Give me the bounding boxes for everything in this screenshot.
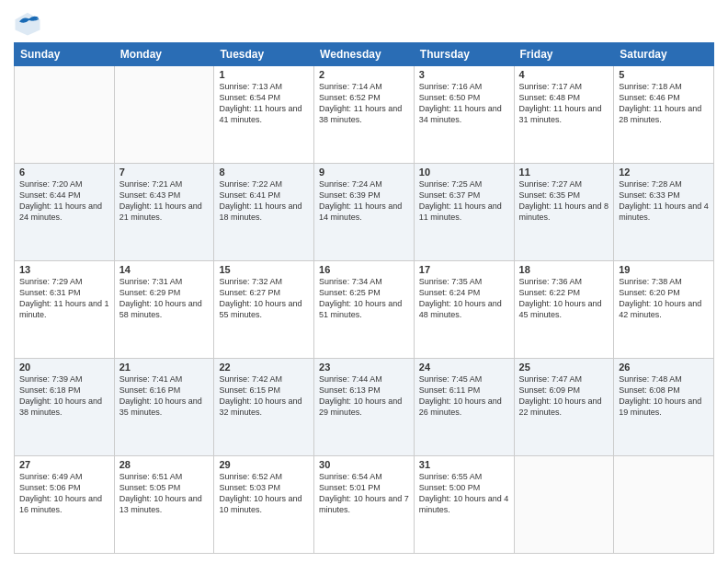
day-cell: 2Sunrise: 7:14 AM Sunset: 6:52 PM Daylig… (314, 66, 415, 164)
day-cell: 18Sunrise: 7:36 AM Sunset: 6:22 PM Dayli… (514, 261, 614, 359)
day-info: Sunrise: 7:41 AM Sunset: 6:16 PM Dayligh… (119, 373, 210, 419)
day-cell: 10Sunrise: 7:25 AM Sunset: 6:37 PM Dayli… (414, 164, 514, 261)
day-number: 4 (519, 69, 609, 80)
day-info: Sunrise: 7:28 AM Sunset: 6:33 PM Dayligh… (619, 178, 709, 224)
day-cell: 26Sunrise: 7:48 AM Sunset: 6:08 PM Dayli… (614, 359, 714, 456)
day-header: Saturday (614, 43, 714, 66)
day-number: 14 (119, 264, 210, 275)
day-cell: 1Sunrise: 7:13 AM Sunset: 6:54 PM Daylig… (214, 66, 314, 164)
day-cell: 11Sunrise: 7:27 AM Sunset: 6:35 PM Dayli… (514, 164, 614, 261)
day-info: Sunrise: 6:55 AM Sunset: 5:00 PM Dayligh… (419, 471, 509, 516)
day-number: 12 (619, 167, 709, 178)
week-row: 1Sunrise: 7:13 AM Sunset: 6:54 PM Daylig… (15, 66, 714, 164)
day-cell: 31Sunrise: 6:55 AM Sunset: 5:00 PM Dayli… (414, 456, 514, 554)
day-number: 18 (519, 264, 609, 275)
day-cell: 6Sunrise: 7:20 AM Sunset: 6:44 PM Daylig… (15, 164, 115, 261)
logo (14, 9, 45, 37)
day-info: Sunrise: 7:35 AM Sunset: 6:24 PM Dayligh… (419, 276, 509, 321)
day-info: Sunrise: 7:22 AM Sunset: 6:41 PM Dayligh… (219, 178, 309, 224)
day-info: Sunrise: 7:31 AM Sunset: 6:29 PM Dayligh… (119, 276, 210, 321)
day-number: 3 (419, 69, 509, 80)
day-info: Sunrise: 6:49 AM Sunset: 5:06 PM Dayligh… (19, 471, 109, 516)
svg-marker-0 (16, 13, 40, 36)
calendar-table: SundayMondayTuesdayWednesdayThursdayFrid… (14, 42, 714, 554)
day-number: 20 (19, 362, 109, 373)
day-number: 23 (319, 362, 409, 373)
page: SundayMondayTuesdayWednesdayThursdayFrid… (0, 0, 728, 563)
day-header: Monday (114, 43, 214, 66)
day-info: Sunrise: 7:42 AM Sunset: 6:15 PM Dayligh… (219, 373, 309, 419)
week-row: 6Sunrise: 7:20 AM Sunset: 6:44 PM Daylig… (15, 164, 714, 261)
day-number: 9 (319, 167, 409, 178)
day-header: Wednesday (314, 43, 415, 66)
day-number: 25 (519, 362, 609, 373)
day-number: 27 (19, 459, 109, 470)
day-info: Sunrise: 7:17 AM Sunset: 6:48 PM Dayligh… (519, 81, 609, 126)
day-cell: 28Sunrise: 6:51 AM Sunset: 5:05 PM Dayli… (114, 456, 214, 554)
day-cell: 27Sunrise: 6:49 AM Sunset: 5:06 PM Dayli… (15, 456, 115, 554)
day-cell: 23Sunrise: 7:44 AM Sunset: 6:13 PM Dayli… (314, 359, 415, 456)
day-info: Sunrise: 7:16 AM Sunset: 6:50 PM Dayligh… (419, 81, 509, 126)
day-cell (15, 66, 115, 164)
header-row: SundayMondayTuesdayWednesdayThursdayFrid… (15, 43, 714, 66)
day-info: Sunrise: 7:29 AM Sunset: 6:31 PM Dayligh… (19, 276, 109, 321)
day-cell: 30Sunrise: 6:54 AM Sunset: 5:01 PM Dayli… (314, 456, 415, 554)
day-number: 10 (419, 167, 509, 178)
header (14, 9, 714, 37)
day-number: 26 (619, 362, 709, 373)
day-info: Sunrise: 7:27 AM Sunset: 6:35 PM Dayligh… (519, 178, 609, 224)
day-number: 2 (319, 69, 409, 80)
day-header: Thursday (414, 43, 514, 66)
day-cell (114, 66, 214, 164)
day-number: 5 (619, 69, 709, 80)
day-info: Sunrise: 6:54 AM Sunset: 5:01 PM Dayligh… (319, 471, 409, 516)
day-cell: 22Sunrise: 7:42 AM Sunset: 6:15 PM Dayli… (214, 359, 314, 456)
day-number: 19 (619, 264, 709, 275)
day-number: 11 (519, 167, 609, 178)
day-cell: 19Sunrise: 7:38 AM Sunset: 6:20 PM Dayli… (614, 261, 714, 359)
day-info: Sunrise: 7:14 AM Sunset: 6:52 PM Dayligh… (319, 81, 409, 126)
week-row: 13Sunrise: 7:29 AM Sunset: 6:31 PM Dayli… (15, 261, 714, 359)
day-cell: 12Sunrise: 7:28 AM Sunset: 6:33 PM Dayli… (614, 164, 714, 261)
day-header: Friday (514, 43, 614, 66)
day-number: 8 (219, 167, 309, 178)
day-info: Sunrise: 7:45 AM Sunset: 6:11 PM Dayligh… (419, 373, 509, 419)
day-info: Sunrise: 7:13 AM Sunset: 6:54 PM Dayligh… (219, 81, 309, 126)
day-info: Sunrise: 7:39 AM Sunset: 6:18 PM Dayligh… (19, 373, 109, 419)
day-number: 7 (119, 167, 210, 178)
day-header: Sunday (15, 43, 115, 66)
day-info: Sunrise: 7:25 AM Sunset: 6:37 PM Dayligh… (419, 178, 509, 224)
day-cell: 8Sunrise: 7:22 AM Sunset: 6:41 PM Daylig… (214, 164, 314, 261)
day-cell: 9Sunrise: 7:24 AM Sunset: 6:39 PM Daylig… (314, 164, 415, 261)
day-info: Sunrise: 7:21 AM Sunset: 6:43 PM Dayligh… (119, 178, 210, 224)
day-cell: 13Sunrise: 7:29 AM Sunset: 6:31 PM Dayli… (15, 261, 115, 359)
day-cell: 20Sunrise: 7:39 AM Sunset: 6:18 PM Dayli… (15, 359, 115, 456)
day-cell: 16Sunrise: 7:34 AM Sunset: 6:25 PM Dayli… (314, 261, 415, 359)
day-info: Sunrise: 7:38 AM Sunset: 6:20 PM Dayligh… (619, 276, 709, 321)
day-number: 1 (219, 69, 309, 80)
day-cell: 17Sunrise: 7:35 AM Sunset: 6:24 PM Dayli… (414, 261, 514, 359)
day-number: 21 (119, 362, 210, 373)
day-info: Sunrise: 7:36 AM Sunset: 6:22 PM Dayligh… (519, 276, 609, 321)
day-cell (614, 456, 714, 554)
week-row: 20Sunrise: 7:39 AM Sunset: 6:18 PM Dayli… (15, 359, 714, 456)
day-info: Sunrise: 7:34 AM Sunset: 6:25 PM Dayligh… (319, 276, 409, 321)
day-info: Sunrise: 6:51 AM Sunset: 5:05 PM Dayligh… (119, 471, 210, 516)
day-info: Sunrise: 7:32 AM Sunset: 6:27 PM Dayligh… (219, 276, 309, 321)
day-number: 13 (19, 264, 109, 275)
day-number: 15 (219, 264, 309, 275)
day-info: Sunrise: 6:52 AM Sunset: 5:03 PM Dayligh… (219, 471, 309, 516)
day-info: Sunrise: 7:24 AM Sunset: 6:39 PM Dayligh… (319, 178, 409, 224)
day-cell: 21Sunrise: 7:41 AM Sunset: 6:16 PM Dayli… (114, 359, 214, 456)
day-info: Sunrise: 7:47 AM Sunset: 6:09 PM Dayligh… (519, 373, 609, 419)
day-cell: 15Sunrise: 7:32 AM Sunset: 6:27 PM Dayli… (214, 261, 314, 359)
day-cell: 14Sunrise: 7:31 AM Sunset: 6:29 PM Dayli… (114, 261, 214, 359)
day-number: 28 (119, 459, 210, 470)
day-cell: 7Sunrise: 7:21 AM Sunset: 6:43 PM Daylig… (114, 164, 214, 261)
day-info: Sunrise: 7:18 AM Sunset: 6:46 PM Dayligh… (619, 81, 709, 126)
day-number: 6 (19, 167, 109, 178)
day-number: 17 (419, 264, 509, 275)
day-info: Sunrise: 7:20 AM Sunset: 6:44 PM Dayligh… (19, 178, 109, 224)
week-row: 27Sunrise: 6:49 AM Sunset: 5:06 PM Dayli… (15, 456, 714, 554)
day-info: Sunrise: 7:44 AM Sunset: 6:13 PM Dayligh… (319, 373, 409, 419)
